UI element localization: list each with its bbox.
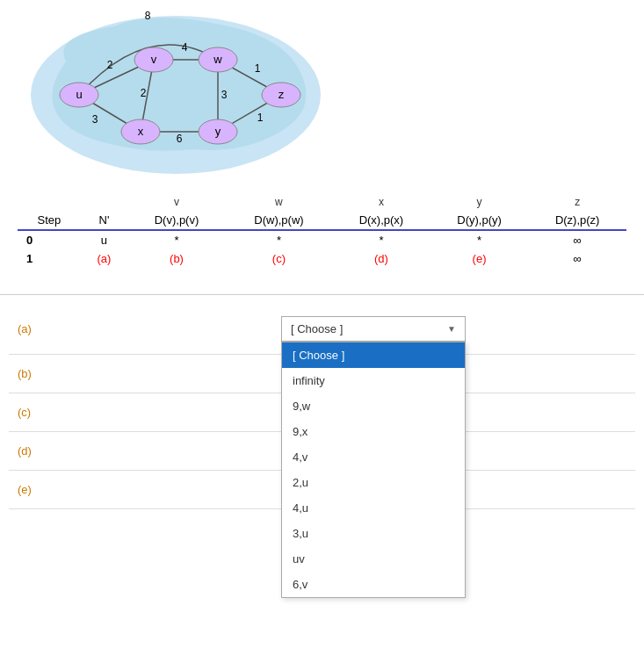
dropdown-area-a: [ Choose ]▼[ Choose ]infinity9,w9,x4,v2,… bbox=[281, 316, 466, 342]
table-header-row: Step N' D(v),p(v) D(w),p(w) D(x),p(x) D(… bbox=[18, 211, 626, 230]
col-v-top: v bbox=[127, 193, 226, 211]
svg-text:v: v bbox=[151, 53, 157, 66]
col-step-header: Step bbox=[18, 211, 81, 230]
svg-text:3: 3 bbox=[92, 113, 98, 126]
dropdown-option-uv[interactable]: uv bbox=[282, 546, 465, 572]
dropdown-option-9,x[interactable]: 9,x bbox=[282, 419, 465, 444]
graph-section: 2 3 4 2 1 3 6 1 8 u v w x y z bbox=[0, 0, 644, 184]
question-label-a: (a) bbox=[18, 322, 53, 335]
question-label-b: (b) bbox=[18, 367, 53, 380]
questions-container: (a)[ Choose ]▼[ Choose ]infinity9,w9,x4,… bbox=[9, 304, 635, 509]
col-step-top bbox=[18, 193, 81, 211]
dropdown-option-choose[interactable]: [ Choose ] bbox=[282, 342, 465, 368]
algorithm-table: v w x y z Step N' D(v),p(v) D(w),p(w) D(… bbox=[18, 193, 626, 268]
table-cell: (a) bbox=[81, 249, 127, 268]
dropdown-option-4,v[interactable]: 4,v bbox=[282, 444, 465, 470]
dropdown-trigger-a[interactable]: [ Choose ]▼ bbox=[281, 316, 466, 342]
table-cell: * bbox=[332, 230, 431, 249]
table-body: 0u****∞1(a)(b)(c)(d)(e)∞ bbox=[18, 230, 626, 268]
table-section: v w x y z Step N' D(v),p(v) D(w),p(w) D(… bbox=[0, 184, 644, 285]
col-y-top: y bbox=[431, 193, 529, 211]
col-n-top bbox=[81, 193, 127, 211]
col-dy-header: D(y),p(y) bbox=[431, 211, 529, 230]
question-row-a: (a)[ Choose ]▼[ Choose ]infinity9,w9,x4,… bbox=[9, 304, 635, 355]
table-row: 1(a)(b)(c)(d)(e)∞ bbox=[18, 249, 626, 268]
dropdown-option-3,u[interactable]: 3,u bbox=[282, 521, 465, 546]
dropdown-selected-text: [ Choose ] bbox=[291, 322, 343, 335]
table-cell: ∞ bbox=[528, 230, 626, 249]
col-dw-header: D(w),p(w) bbox=[226, 211, 332, 230]
dropdown-option-4,u[interactable]: 4,u bbox=[282, 495, 465, 521]
table-cell: * bbox=[226, 230, 332, 249]
graph-svg: 2 3 4 2 1 3 6 1 8 u v w x y z bbox=[0, 0, 351, 176]
table-row: 0u****∞ bbox=[18, 230, 626, 249]
svg-text:2: 2 bbox=[141, 87, 147, 99]
col-x-top: x bbox=[332, 193, 431, 211]
chevron-down-icon: ▼ bbox=[447, 324, 456, 334]
col-n-header: N' bbox=[81, 211, 127, 230]
dropdown-option-9,w[interactable]: 9,w bbox=[282, 393, 465, 419]
svg-text:u: u bbox=[76, 88, 82, 101]
questions-section: (a)[ Choose ]▼[ Choose ]infinity9,w9,x4,… bbox=[0, 304, 644, 509]
table-cell: (d) bbox=[332, 249, 431, 268]
section-divider bbox=[0, 294, 644, 295]
dropdown-container-a: [ Choose ]▼[ Choose ]infinity9,w9,x4,v2,… bbox=[281, 316, 466, 342]
dropdown-option-infinity[interactable]: infinity bbox=[282, 368, 465, 393]
svg-text:1: 1 bbox=[255, 62, 261, 75]
table-cell: (b) bbox=[127, 249, 226, 268]
dropdown-option-2,u[interactable]: 2,u bbox=[282, 470, 465, 495]
table-col-top-row: v w x y z bbox=[18, 193, 626, 211]
dropdown-option-6,v[interactable]: 6,v bbox=[282, 572, 465, 597]
col-dz-header: D(z),p(z) bbox=[528, 211, 626, 230]
table-cell: (e) bbox=[431, 249, 529, 268]
col-dv-header: D(v),p(v) bbox=[127, 211, 226, 230]
table-cell: * bbox=[431, 230, 529, 249]
svg-text:w: w bbox=[213, 53, 222, 66]
svg-text:3: 3 bbox=[221, 89, 228, 101]
table-cell: 1 bbox=[18, 249, 81, 268]
svg-text:z: z bbox=[279, 88, 285, 101]
table-cell: (c) bbox=[226, 249, 332, 268]
table-cell: u bbox=[81, 230, 127, 249]
col-z-top: z bbox=[528, 193, 626, 211]
question-label-d: (d) bbox=[18, 444, 53, 458]
question-label-e: (e) bbox=[18, 483, 53, 496]
svg-text:y: y bbox=[215, 125, 221, 138]
col-w-top: w bbox=[226, 193, 332, 211]
col-dx-header: D(x),p(x) bbox=[332, 211, 431, 230]
table-cell: * bbox=[127, 230, 226, 249]
question-label-c: (c) bbox=[18, 406, 53, 419]
svg-text:4: 4 bbox=[182, 41, 188, 54]
svg-text:2: 2 bbox=[107, 59, 113, 71]
svg-text:x: x bbox=[138, 125, 144, 138]
dropdown-list-a: [ Choose ]infinity9,w9,x4,v2,u4,u3,uuv6,… bbox=[281, 342, 466, 598]
table-cell: ∞ bbox=[528, 249, 626, 268]
table-cell: 0 bbox=[18, 230, 81, 249]
svg-text:8: 8 bbox=[145, 10, 151, 22]
svg-text:6: 6 bbox=[177, 133, 183, 145]
svg-text:1: 1 bbox=[257, 112, 264, 124]
